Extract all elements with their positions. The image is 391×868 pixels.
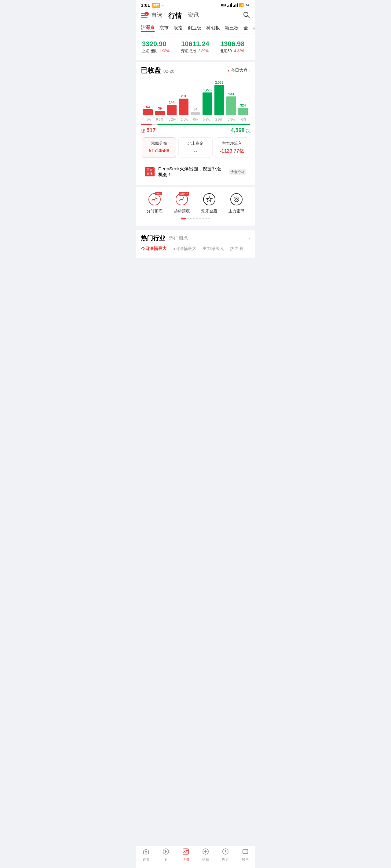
market-title-left: 已收盘 02-28 (141, 66, 174, 75)
progress-row (141, 124, 250, 125)
signal-bars (227, 3, 232, 7)
bar-group-2: 39 (155, 106, 165, 115)
rise-label: 涨 (141, 128, 145, 133)
svg-line-4 (248, 16, 250, 18)
page-dot-4 (196, 218, 198, 219)
subtab-jingshi[interactable]: 京市 (160, 25, 169, 31)
bar-bottom-labels: >8% 8-5% 5-2% 2-0% 0% 0-2% 2-5% 5-8% >8% (142, 117, 249, 121)
tool-new-badge-1: New (155, 192, 162, 195)
battery-level: 54 (246, 3, 249, 7)
rise-count: 517 (146, 127, 156, 133)
bar-bottom-4: 2-0% (181, 118, 188, 121)
bar-8 (226, 96, 236, 115)
subtab-quan[interactable]: 全 (244, 25, 248, 31)
fall-section: 4,568 跌 (231, 127, 250, 134)
bar-label-top-8: 933 (228, 92, 234, 96)
svg-rect-2 (141, 17, 147, 18)
bar-5 (191, 112, 200, 115)
bar-group-4: 281 (179, 94, 189, 115)
market-overview-section: 已收盘 02-28 ● 今日大盘 › 53 39 144 (136, 62, 255, 185)
live-banner[interactable]: 正在 直播 DeepSeek火爆出圈，挖掘补涨机会！ 大盘分析 (141, 163, 250, 181)
subtab-hushen[interactable]: 沪深京 (141, 25, 155, 32)
bar-2 (155, 111, 165, 115)
bar-label-top-6: 1,276 (203, 88, 212, 92)
subtab-kechuang[interactable]: 科创板 (206, 25, 220, 31)
shenzhen-value: 10611.24 (181, 40, 211, 48)
info-card-value-zhangdie: 517:4568 (146, 148, 172, 154)
hot-filter-relitu[interactable]: 热力图 (230, 246, 243, 251)
page-dot-8 (208, 218, 210, 219)
hot-filter-zhuli[interactable]: 主力净买入 (202, 246, 224, 251)
signal-bar-1 (227, 6, 228, 7)
bottom-space (136, 257, 255, 288)
beizhen-change: -4.32% (233, 49, 244, 53)
index-cards: 3320.90 上证指数 -1.98% 10611.24 深证成指 -2.89%… (136, 34, 255, 60)
hot-subtitle[interactable]: 热门概念 (169, 235, 189, 241)
info-card-title-beishang: 北上资金 (183, 141, 208, 146)
page-dot-5 (199, 218, 201, 219)
tool-item-qushidingdi[interactable]: 支持ETF 趋势顶底 (174, 192, 190, 214)
tool-item-zanglejinggu[interactable]: 涨乐金股 (201, 192, 217, 214)
search-button[interactable] (243, 11, 250, 21)
subtab-guzhi[interactable]: 股指 (173, 25, 183, 31)
bar-label-top-2: 39 (158, 106, 162, 110)
hot-filter-5day[interactable]: 5日涨幅最大 (173, 246, 196, 251)
tool-icon-wrap-2: 支持ETF (174, 192, 189, 207)
bar-4 (179, 99, 189, 115)
bar-bottom-7: 2-5% (215, 118, 222, 121)
tool-label-fenshidingdi: 分时顶底 (147, 209, 163, 214)
hot-filter-today[interactable]: 今日涨幅最大 (141, 246, 166, 251)
rise-section: 涨 517 (141, 127, 156, 134)
wifi-bar-3 (235, 4, 236, 7)
tool-item-fenshidingdi[interactable]: New 分时顶底 (147, 192, 163, 214)
signal-bar-2 (228, 5, 229, 7)
status-right: HD 📶 54 (221, 3, 250, 7)
today-dot: ● (228, 69, 229, 72)
subtab-xinsanban[interactable]: 新三板 (225, 25, 239, 31)
menu-badge: 9 (144, 11, 149, 16)
market-header: 已收盘 02-28 ● 今日大盘 › (141, 66, 250, 75)
subtab-chuangye[interactable]: 创业板 (188, 25, 201, 31)
bar-1 (143, 109, 153, 115)
info-card-zhangdie[interactable]: 涨跌分布 517:4568 (142, 137, 176, 158)
hd-badge: HD (221, 4, 226, 6)
wifi-bar-4 (237, 3, 238, 7)
fall-label: 跌 (246, 128, 250, 133)
market-today-btn[interactable]: ● 今日大盘 › (228, 68, 250, 73)
bar-6 (202, 92, 212, 115)
progress-gray (152, 124, 157, 125)
info-card-beishang[interactable]: 北上资金 -- (178, 137, 212, 158)
etf-badge: 支持ETF (179, 192, 189, 196)
bar-bottom-1: >8% (145, 118, 151, 121)
tool-item-zhulimiema[interactable]: 主力密码 (228, 192, 244, 214)
live-badge: 正在 直播 (145, 167, 155, 177)
search-icon (243, 11, 250, 19)
hot-arrow-icon[interactable]: › (249, 236, 250, 241)
tab-zixuan[interactable]: 自选 (151, 11, 162, 21)
bar-7 (215, 85, 224, 115)
shangzheng-value: 3320.90 (142, 40, 171, 48)
menu-button[interactable]: 9 (141, 13, 147, 19)
hot-filter-tabs: 今日涨幅最大 5日涨幅最大 主力净买入 热力图 (141, 246, 250, 251)
info-card-title-zhuli: 主力净流入 (219, 141, 245, 146)
hot-header: 热门行业 热门概念 › (141, 234, 250, 242)
status-dots: ··· (162, 3, 166, 7)
bar-group-5: 34 (191, 107, 200, 115)
status-bar: 3:01 美团 ··· HD 📶 54 (136, 0, 255, 9)
info-card-zhuli[interactable]: 主力净流入 -1123.77亿 (215, 137, 249, 158)
page-dot-1 (187, 218, 189, 219)
nav-bar: 9 自选 行情 资讯 (136, 9, 255, 23)
index-card-shangzheng[interactable]: 3320.90 上证指数 -1.98% (138, 37, 175, 56)
page-dot-3 (193, 218, 195, 219)
index-card-shenzhen[interactable]: 10611.24 深证成指 -2.89% (177, 37, 214, 56)
tab-zixun[interactable]: 资讯 (188, 11, 199, 21)
info-card-value-beishang: -- (183, 148, 208, 154)
wifi-icon: 📶 (239, 3, 244, 7)
bar-label-top-5: 34 (194, 107, 197, 111)
page-dot-6 (202, 218, 204, 219)
index-card-beizhen[interactable]: 1306.98 北证50 -4.32% (217, 37, 253, 56)
tab-hangqing[interactable]: 行情 (168, 11, 182, 21)
bar-bottom-6: 0-2% (203, 118, 210, 121)
section-divider-1 (136, 185, 255, 187)
tool-label-zanglejinggu: 涨乐金股 (201, 209, 217, 214)
